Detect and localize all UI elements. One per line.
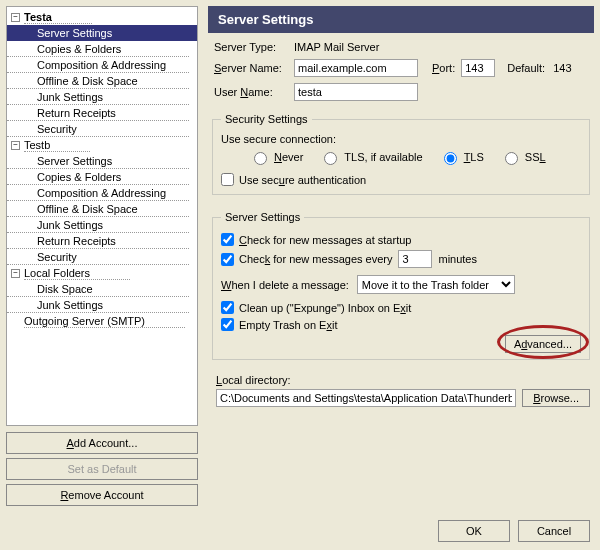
radio-tls-if-available[interactable]: TLS, if available — [319, 149, 422, 165]
check-startup-label: Check for new messages at startup — [239, 234, 411, 246]
tree-item[interactable]: Security — [7, 121, 189, 137]
secure-auth-checkbox[interactable] — [221, 173, 234, 186]
tree-item[interactable]: Composition & Addressing — [7, 57, 189, 73]
server-type-label: Server Type: — [214, 41, 294, 53]
expander-icon[interactable]: − — [11, 269, 20, 278]
security-legend: Security Settings — [221, 113, 312, 125]
sidebar-buttons: Add Account... Set as Default Remove Acc… — [6, 432, 198, 510]
default-value: 143 — [553, 62, 571, 74]
sidebar: −TestaServer SettingsCopies & FoldersCom… — [6, 6, 198, 510]
local-directory-section: Local directory: Browse... — [216, 374, 590, 407]
radio-never[interactable]: Never — [249, 149, 303, 165]
default-label: Default: — [507, 62, 545, 74]
secure-connection-label: Use secure connection: — [221, 133, 581, 145]
add-account-button[interactable]: Add Account... — [6, 432, 198, 454]
username-input[interactable] — [294, 83, 418, 101]
panel-title: Server Settings — [208, 6, 594, 33]
tree-account[interactable]: −Testa — [7, 9, 197, 25]
server-name-input[interactable] — [294, 59, 418, 77]
tree-item[interactable]: Disk Space — [7, 281, 189, 297]
server-settings-group: Server Settings Check for new messages a… — [212, 211, 590, 360]
local-directory-label: Local directory: — [216, 374, 590, 386]
tree-item[interactable]: Offline & Disk Space — [7, 201, 189, 217]
empty-trash-label: Empty Trash on Exit — [239, 319, 337, 331]
tree-item[interactable]: Copies & Folders — [7, 169, 189, 185]
remove-account-button[interactable]: Remove Account — [6, 484, 198, 506]
tree-account[interactable]: −Local Folders — [7, 265, 197, 281]
main-container: −TestaServer SettingsCopies & FoldersCom… — [0, 0, 600, 516]
radio-ssl[interactable]: SSL — [500, 149, 546, 165]
secure-auth-label: Use secure authentication — [239, 174, 366, 186]
port-input[interactable] — [461, 59, 495, 77]
tree-item[interactable]: Junk Settings — [7, 297, 189, 313]
tree-item[interactable]: Server Settings — [7, 153, 189, 169]
tree-item[interactable]: Junk Settings — [7, 89, 189, 105]
radio-tls[interactable]: TLS — [439, 149, 484, 165]
expander-icon[interactable]: − — [11, 13, 20, 22]
accounts-tree[interactable]: −TestaServer SettingsCopies & FoldersCom… — [6, 6, 198, 426]
port-label: Port: — [432, 62, 455, 74]
security-settings-group: Security Settings Use secure connection:… — [212, 113, 590, 195]
check-every-suffix: minutes — [438, 253, 477, 265]
check-every-checkbox[interactable] — [221, 253, 234, 266]
dialog-buttons: OK Cancel — [438, 520, 590, 542]
check-startup-checkbox[interactable] — [221, 233, 234, 246]
delete-action-select[interactable]: Move it to the Trash folder — [357, 275, 515, 294]
content-panel: Server Settings Server Type: IMAP Mail S… — [198, 6, 594, 510]
empty-trash-checkbox[interactable] — [221, 318, 234, 331]
tree-outgoing[interactable]: Outgoing Server (SMTP) — [7, 313, 197, 329]
cleanup-label: Clean up ("Expunge") Inbox on Exit — [239, 302, 411, 314]
cancel-button[interactable]: Cancel — [518, 520, 590, 542]
server-name-label: Server Name: — [214, 62, 294, 74]
local-directory-input[interactable] — [216, 389, 516, 407]
username-label: User Name: — [214, 86, 294, 98]
ok-button[interactable]: OK — [438, 520, 510, 542]
tree-item[interactable]: Copies & Folders — [7, 41, 189, 57]
tree-account[interactable]: −Testb — [7, 137, 197, 153]
server-legend: Server Settings — [221, 211, 304, 223]
tree-item[interactable]: Return Receipts — [7, 105, 189, 121]
tree-item[interactable]: Junk Settings — [7, 217, 189, 233]
delete-label: When I delete a message: — [221, 279, 349, 291]
browse-button[interactable]: Browse... — [522, 389, 590, 407]
tree-item[interactable]: Server Settings — [7, 25, 197, 41]
cleanup-checkbox[interactable] — [221, 301, 234, 314]
advanced-button[interactable]: Advanced... — [505, 335, 581, 353]
check-every-input[interactable] — [398, 250, 432, 268]
set-default-button[interactable]: Set as Default — [6, 458, 198, 480]
server-type-value: IMAP Mail Server — [294, 41, 379, 53]
expander-icon[interactable]: − — [11, 141, 20, 150]
check-every-prefix: Check for new messages every — [239, 253, 392, 265]
tree-item[interactable]: Offline & Disk Space — [7, 73, 189, 89]
tree-item[interactable]: Security — [7, 249, 189, 265]
tree-item[interactable]: Return Receipts — [7, 233, 189, 249]
tree-item[interactable]: Composition & Addressing — [7, 185, 189, 201]
